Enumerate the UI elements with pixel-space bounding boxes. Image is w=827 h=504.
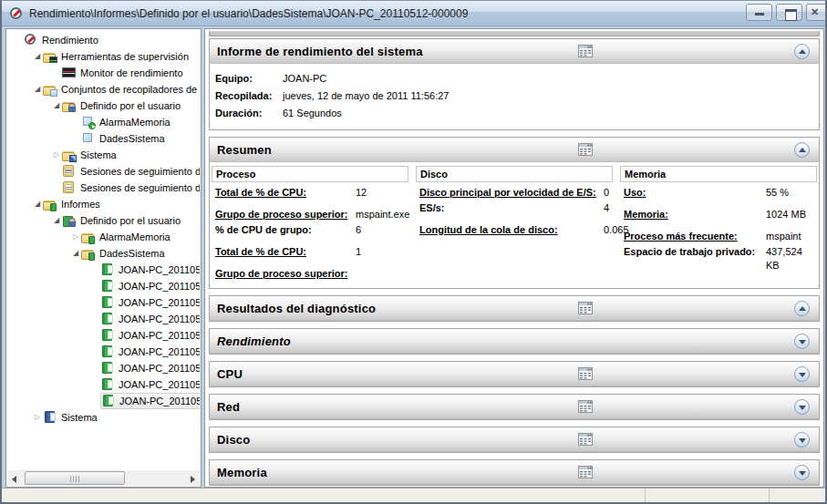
report-green-icon (101, 394, 116, 408)
tree-item-report-2[interactable]: JOAN-PC_20110512 (7, 278, 200, 294)
summary-row: Grupo de proceso superior:mspaint.exe (212, 208, 408, 221)
section-cpu: CPU (209, 361, 820, 387)
tree-horizontal-scrollbar[interactable] (7, 470, 200, 486)
folder-collector-icon (43, 82, 57, 97)
collapse-arrow-icon[interactable] (32, 196, 43, 212)
expand-button[interactable] (794, 366, 810, 382)
summary-label: ES/s: (419, 201, 598, 215)
tree-item-informes[interactable]: Informes (7, 196, 200, 212)
scroll-right-icon[interactable] (184, 470, 200, 486)
close-button[interactable] (806, 4, 827, 21)
tree-item-report-7[interactable]: JOAN-PC_20110512 (7, 360, 200, 376)
collapse-button[interactable] (794, 301, 810, 316)
report-table-icon[interactable] (578, 143, 593, 156)
tree-item-rendimiento-root[interactable]: Rendimiento (7, 32, 200, 48)
summary-value: 437,524 KB (760, 245, 813, 273)
report-table-icon[interactable] (578, 466, 593, 478)
summary-value: 55 % (760, 186, 789, 200)
summary-link-label[interactable]: Total de % de CPU: (215, 245, 350, 259)
summary-value: 6 (350, 223, 361, 237)
expand-arrow-icon[interactable] (32, 409, 43, 426)
summary-link-label[interactable]: Memoria: (624, 208, 760, 221)
collapse-button[interactable] (794, 142, 810, 158)
summary-value (350, 267, 356, 281)
section-disco-header[interactable]: Disco (210, 427, 819, 452)
report-table-icon[interactable] (578, 433, 593, 446)
section-rendimiento-header[interactable]: Rendimiento (210, 329, 819, 354)
collapse-button[interactable] (794, 44, 810, 59)
tree-item-label: Informes (57, 196, 100, 212)
tree-item-monitor[interactable]: Monitor de rendimiento (7, 65, 200, 81)
section-red-header[interactable]: Red (210, 395, 819, 419)
summary-link-label[interactable]: Longitud de la cola de disco: (419, 223, 598, 237)
collector-set-running-icon (81, 115, 96, 129)
tree-item-report-6[interactable]: JOAN-PC_20110512 (7, 344, 200, 360)
summary-link-label[interactable]: Total de % de CPU: (215, 186, 350, 200)
perfmon-gauge-icon (9, 6, 24, 21)
expand-button[interactable] (794, 334, 810, 349)
tree-item-alarma-memoria-set[interactable]: AlarmaMemoria (7, 114, 200, 130)
perfmon-window: Rendimiento\Informes\Definido por el usu… (0, 0, 827, 504)
expand-arrow-icon[interactable] (51, 147, 62, 163)
maximize-button[interactable] (776, 4, 802, 21)
collapse-arrow-icon[interactable] (32, 48, 43, 65)
tree-item-herramientas[interactable]: Herramientas de supervisión (7, 48, 200, 65)
summary-row: Longitud de la cola de disco:0.065 (416, 223, 613, 237)
collapse-arrow-icon[interactable] (51, 212, 62, 229)
tree-item-label: JOAN-PC_20110512 (115, 344, 200, 360)
tree-item-label: Definido por el usuario (77, 98, 181, 114)
expand-button[interactable] (794, 399, 810, 415)
summary-column-header: Proceso (212, 166, 408, 182)
tree-item-sesiones-1[interactable]: Sesiones de seguimiento de (7, 163, 200, 180)
tree-item-definido-usuario-conjuntos[interactable]: Definido por el usuario (7, 98, 200, 114)
scroll-left-icon[interactable] (7, 470, 23, 486)
report-green-icon (100, 328, 115, 343)
section-resultados-header[interactable]: Resultados del diagnóstico (210, 296, 819, 321)
section-cpu-header[interactable]: CPU (210, 362, 819, 386)
summary-link-label[interactable]: Disco principal por velocidad de E/S: (419, 186, 598, 200)
tree-item-label: JOAN-PC_20110512 (115, 360, 200, 376)
tree-item-dades-sistema-set[interactable]: DadesSistema (7, 130, 200, 147)
tree-item-report-5[interactable]: JOAN-PC_20110512 (7, 327, 200, 344)
section-rendimiento: Rendimiento (209, 328, 820, 355)
minimize-button[interactable] (746, 4, 772, 21)
report-table-icon[interactable] (578, 400, 593, 413)
tree-item-report-9[interactable]: JOAN-PC_20110512 (7, 393, 200, 409)
tree-item-conjuntos[interactable]: Conjuntos de recopiladores de (7, 81, 200, 98)
tree-item-report-4[interactable]: JOAN-PC_20110512 (7, 311, 200, 327)
tree-item-sistema-informes[interactable]: Sistema (7, 409, 200, 426)
summary-link-label[interactable]: Grupo de proceso superior: (215, 267, 350, 281)
expand-button[interactable] (794, 465, 810, 480)
trace-session-icon (62, 164, 77, 179)
expand-button[interactable] (794, 432, 810, 447)
collapse-arrow-icon[interactable] (32, 81, 43, 98)
summary-link-label[interactable]: Grupo de proceso superior: (215, 208, 350, 221)
collector-set-icon (81, 131, 96, 146)
title-bar[interactable]: Rendimiento\Informes\Definido por el usu… (2, 1, 825, 26)
status-cell (769, 489, 825, 502)
tree-item-sesiones-2[interactable]: Sesiones de seguimiento de (7, 180, 200, 196)
tree-item-report-1[interactable]: JOAN-PC_20110512 (7, 262, 200, 278)
section-memoria-header[interactable]: Memoria (210, 460, 819, 485)
scrollbar-thumb[interactable] (25, 471, 125, 485)
summary-link-label[interactable]: Uso: (624, 186, 760, 200)
report-table-icon[interactable] (578, 367, 593, 380)
tree-item-definido-usuario-informes[interactable]: Definido por el usuario (7, 212, 200, 229)
expand-arrow-icon[interactable] (70, 229, 81, 245)
tree-item-report-3[interactable]: JOAN-PC_20110512 (7, 294, 200, 311)
collapse-arrow-icon[interactable] (51, 98, 62, 114)
tree-item-alarma-memoria-informes[interactable]: AlarmaMemoria (7, 229, 200, 245)
report-green-icon (100, 262, 115, 277)
summary-link-label[interactable]: Proceso más frecuente: (624, 230, 760, 243)
section-informe-header[interactable]: Informe de rendimiento del sistema (210, 39, 819, 64)
tree-item-dades-sistema-informes[interactable]: DadesSistema (7, 245, 200, 262)
section-resumen-header[interactable]: Resumen (210, 138, 819, 162)
tree-item-sistema-conjuntos[interactable]: Sistema (7, 147, 200, 163)
tree-item-label: Sesiones de seguimiento de (77, 180, 200, 196)
report-table-icon[interactable] (578, 302, 593, 314)
collapse-arrow-icon[interactable] (70, 245, 81, 262)
trace-session-icon (62, 180, 77, 195)
perfmon-gauge-icon (24, 33, 38, 47)
tree-item-report-8[interactable]: JOAN-PC_20110512 (7, 376, 200, 393)
report-table-icon[interactable] (578, 45, 593, 57)
